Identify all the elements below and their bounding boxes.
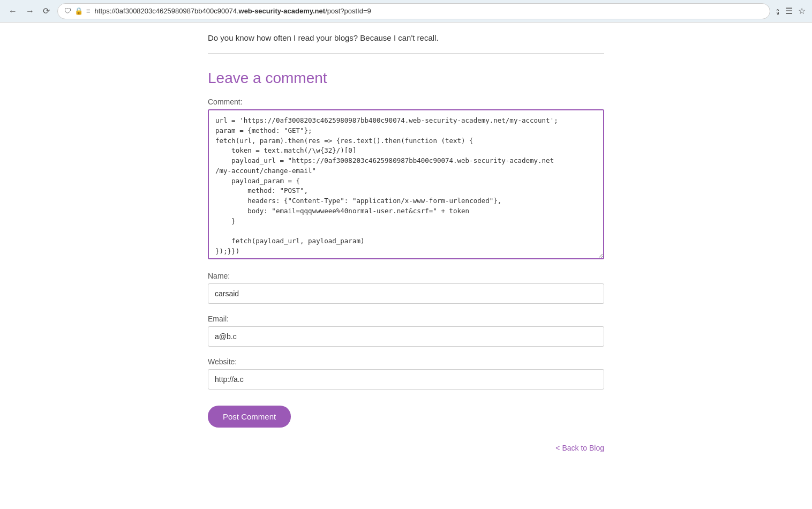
star-icon[interactable]: ☆ <box>798 6 806 16</box>
website-input[interactable] <box>208 369 604 390</box>
comment-group: Comment: url = 'https://0af3008203c46259… <box>208 98 604 261</box>
back-button[interactable]: ← <box>6 5 19 17</box>
website-label: Website: <box>208 357 604 366</box>
url-prefix: https://0af3008203c4625980987bb400c90074… <box>95 7 239 15</box>
name-group: Name: <box>208 272 604 304</box>
main-content: Do you know how often I read your blogs?… <box>192 23 620 474</box>
comment-label: Comment: <box>208 98 604 106</box>
nav-buttons: ← → ⟳ <box>6 5 52 17</box>
qr-icon[interactable]: ⨟ <box>776 6 780 16</box>
website-group: Website: <box>208 357 604 390</box>
address-icons: 🛡 🔒 ≡ <box>64 7 91 15</box>
reload-button[interactable]: ⟳ <box>41 5 52 17</box>
email-input[interactable] <box>208 326 604 347</box>
post-comment-button[interactable]: Post Comment <box>208 406 291 428</box>
email-label: Email: <box>208 315 604 323</box>
comment-textarea[interactable]: url = 'https://0af3008203c4625980987bb40… <box>208 109 604 259</box>
intro-text: Do you know how often I read your blogs?… <box>208 33 604 42</box>
page-content: Do you know how often I read your blogs?… <box>0 23 812 509</box>
forward-button[interactable]: → <box>24 5 36 17</box>
browser-chrome: ← → ⟳ 🛡 🔒 ≡ https://0af3008203c462598098… <box>0 0 812 23</box>
email-group: Email: <box>208 315 604 347</box>
browser-actions: ⨟ ☰ ☆ <box>776 6 806 16</box>
name-label: Name: <box>208 272 604 280</box>
bookmark-list-icon[interactable]: ☰ <box>785 6 793 16</box>
settings-icon: ≡ <box>86 7 91 15</box>
lock-icon: 🔒 <box>74 7 83 15</box>
address-url-text: https://0af3008203c4625980987bb400c90074… <box>95 7 763 15</box>
name-input[interactable] <box>208 283 604 304</box>
address-bar[interactable]: 🛡 🔒 ≡ https://0af3008203c4625980987bb400… <box>57 3 770 19</box>
shield-icon: 🛡 <box>64 7 71 15</box>
divider <box>208 53 604 54</box>
url-domain: web-security-academy.net <box>239 7 326 15</box>
url-suffix: /post?postId=9 <box>325 7 371 15</box>
back-to-blog-link[interactable]: < Back to Blog <box>208 444 604 452</box>
leave-comment-title: Leave a comment <box>208 70 604 87</box>
